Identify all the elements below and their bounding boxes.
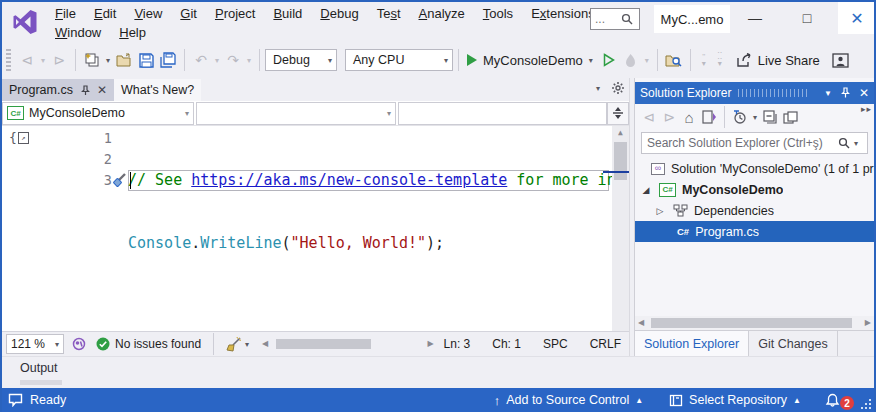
quick-search-input[interactable] — [595, 12, 621, 26]
pin-icon[interactable] — [840, 87, 851, 99]
menu-git[interactable]: Git — [171, 6, 206, 21]
tree-item-program-cs[interactable]: C# Program.cs — [635, 221, 874, 242]
code-editor[interactable]: {↗ 1 2 3 // See https://aka.ms/new-conso… — [2, 126, 629, 331]
editor-vertical-scrollbar[interactable]: ▲ — [612, 126, 629, 331]
collapse-all-icon[interactable] — [760, 105, 780, 129]
solution-platform-combo[interactable]: Any CPU▾ — [345, 49, 453, 71]
scroll-left-icon[interactable]: ◀ — [638, 318, 644, 327]
column-indicator[interactable]: Ch: 1 — [492, 337, 521, 351]
line-indicator[interactable]: Ln: 3 — [444, 337, 471, 351]
quick-search-box[interactable] — [590, 8, 640, 30]
menu-file[interactable]: File — [46, 6, 85, 21]
navigate-forward-icon[interactable]: ⊳ — [48, 48, 70, 72]
solution-search-input[interactable] — [647, 136, 838, 150]
solution-explorer-titlebar[interactable]: Solution Explorer ▼ ✕ — [635, 82, 874, 104]
member-dropdown[interactable] — [398, 102, 607, 125]
find-in-files-icon[interactable] — [663, 48, 685, 72]
scroll-right-icon[interactable]: ▶ — [427, 339, 433, 348]
minimize-button[interactable]: — — [736, 2, 774, 34]
project-dropdown[interactable]: C# MyConsoleDemo ▾ — [2, 102, 194, 125]
toolbar-overflow-icon[interactable]: ▸▸ — [861, 104, 872, 114]
zoom-level-combo[interactable]: 121 %▾ — [6, 334, 64, 354]
scroll-right-icon[interactable]: ▶ — [865, 318, 871, 327]
switch-views-icon[interactable] — [699, 105, 719, 129]
search-options-dropdown[interactable]: ▾ — [850, 139, 862, 148]
panel-drag-grip[interactable] — [738, 89, 809, 97]
spaces-indicator[interactable]: SPC — [543, 337, 568, 351]
scroll-left-icon[interactable]: ◀ — [262, 339, 268, 348]
active-files-dropdown[interactable]: ▾ — [593, 84, 603, 93]
se-forward-icon[interactable]: ⊳ — [659, 105, 679, 129]
close-button[interactable]: ✕ — [838, 2, 876, 34]
maximize-button[interactable]: □ — [788, 2, 826, 34]
new-project-dropdown[interactable]: ▾ — [103, 56, 113, 65]
scrollbar-thumb[interactable] — [614, 142, 627, 180]
code-content[interactable]: // See https://aka.ms/new-console-templa… — [128, 128, 612, 331]
tree-item-project[interactable]: ◢ C# MyConsoleDemo — [635, 179, 874, 200]
live-share-button[interactable]: Live Share — [736, 53, 820, 68]
editor-horizontal-scrollbar[interactable]: ◀ ▶ — [262, 337, 434, 351]
close-tab-icon[interactable]: ✕ — [97, 83, 107, 97]
save-icon[interactable] — [135, 48, 157, 72]
document-health-indicator[interactable]: No issues found — [96, 337, 201, 351]
line-ending-indicator[interactable]: CRLF — [590, 337, 621, 351]
navigate-back-dropdown[interactable]: ▾ — [38, 56, 48, 65]
type-dropdown[interactable]: ▾ — [196, 102, 396, 125]
scrollbar-thumb[interactable] — [276, 339, 371, 349]
tab-git-changes[interactable]: Git Changes — [749, 331, 837, 356]
se-back-icon[interactable]: ⊲ — [639, 105, 659, 129]
filter-dropdown[interactable]: ▾ — [750, 113, 760, 122]
new-project-icon[interactable] — [81, 48, 103, 72]
undo-icon[interactable]: ↶ — [190, 48, 212, 72]
menu-test[interactable]: Test — [368, 6, 410, 21]
solution-configuration-combo[interactable]: Debug▾ — [265, 49, 337, 71]
start-without-debugging-icon[interactable] — [598, 48, 620, 72]
toolbar-grip[interactable] — [6, 49, 11, 71]
tab-solution-explorer[interactable]: Solution Explorer — [635, 331, 749, 356]
menu-project[interactable]: Project — [206, 6, 264, 21]
open-folder-icon[interactable] — [113, 48, 135, 72]
run-target-dropdown[interactable]: ▾ — [586, 56, 596, 65]
save-all-icon[interactable] — [157, 48, 179, 72]
se-horizontal-scrollbar[interactable]: ◀ ▶ — [635, 316, 874, 330]
indent-guides-icon[interactable]: ⁚⁚▾ — [712, 53, 728, 67]
hot-reload-dropdown[interactable]: ▾ — [642, 56, 652, 65]
notifications-button[interactable]: 2 — [825, 390, 854, 410]
split-window-button[interactable] — [607, 102, 629, 125]
tab-whats-new[interactable]: What's New? — [114, 79, 201, 101]
scroll-up-icon[interactable]: ▲ — [612, 128, 629, 137]
line-indicator-icon[interactable]: ''▾ — [696, 53, 712, 67]
preview-selected-items-icon[interactable] — [780, 105, 800, 129]
menu-window[interactable]: Window — [46, 25, 110, 40]
pin-icon[interactable] — [80, 85, 91, 96]
account-icon[interactable] — [830, 48, 852, 72]
quick-actions-icon[interactable] — [112, 172, 127, 187]
navigate-back-icon[interactable]: ⊲ — [16, 48, 38, 72]
menu-tools[interactable]: Tools — [474, 6, 522, 21]
add-to-source-control-button[interactable]: ↑ Add to Source Control ▲ — [494, 393, 643, 408]
undo-dropdown[interactable]: ▾ — [212, 56, 222, 65]
gear-icon[interactable] — [611, 81, 625, 95]
home-icon[interactable]: ⌂ — [679, 105, 699, 129]
menu-edit[interactable]: Edit — [85, 6, 125, 21]
close-panel-icon[interactable]: ✕ — [859, 86, 869, 100]
resize-grip[interactable] — [860, 398, 872, 410]
hot-reload-icon[interactable] — [620, 48, 642, 72]
menu-analyze[interactable]: Analyze — [410, 6, 474, 21]
feedback-icon[interactable] — [8, 393, 23, 407]
tree-item-dependencies[interactable]: ▷ Dependencies — [635, 200, 874, 221]
expand-arrow-icon[interactable]: ▷ — [655, 206, 665, 216]
window-position-dropdown[interactable]: ▼ — [824, 89, 832, 98]
code-link[interactable]: https://aka.ms/new-console-template — [191, 171, 507, 189]
menu-build[interactable]: Build — [264, 6, 311, 21]
tab-output[interactable]: Output — [20, 361, 58, 375]
solution-search-box[interactable]: ▾ — [641, 132, 868, 154]
collapse-arrow-icon[interactable]: ◢ — [641, 185, 651, 195]
code-cleanup-icon[interactable] — [226, 337, 242, 352]
start-debugging-button[interactable]: MyConsoleDemo ▾ — [466, 53, 596, 68]
select-repository-button[interactable]: Select Repository ▲ — [669, 393, 801, 407]
tree-item-solution[interactable]: ∞ Solution 'MyConsoleDemo' (1 of 1 proje… — [635, 158, 874, 179]
redo-dropdown[interactable]: ▾ — [244, 56, 254, 65]
code-line-2[interactable]: Console.WriteLine("Hello, World!"); — [128, 233, 612, 254]
code-cleanup-dropdown[interactable]: ▾ — [242, 340, 252, 349]
